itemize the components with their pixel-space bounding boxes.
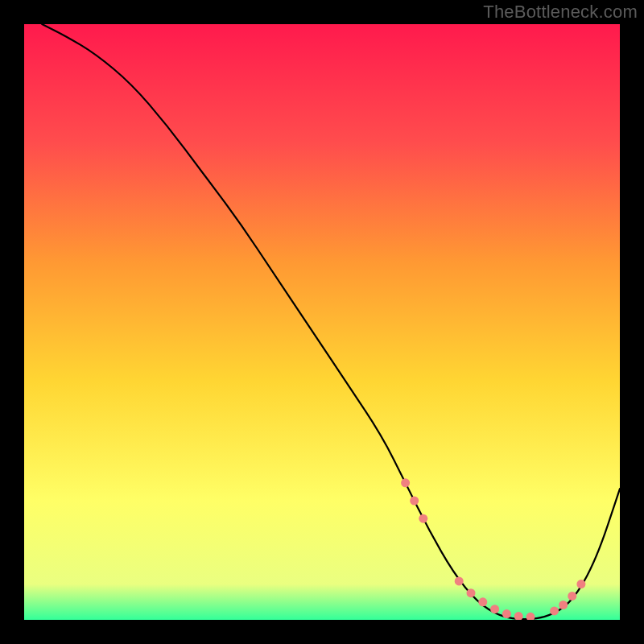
bottleneck-chart [24,24,620,620]
marker-dot [568,592,576,601]
marker-dot [559,601,568,609]
marker-dot [410,497,419,506]
marker-dot [419,514,427,523]
marker-dot [576,580,585,588]
svg-rect-0 [24,24,620,620]
chart-frame: TheBottleneck.com [0,0,644,644]
marker-dot [502,609,511,618]
marker-dot [467,588,476,597]
marker-dot [455,576,464,585]
marker-dot [490,605,499,613]
marker-dot [550,606,559,615]
watermark-text: TheBottleneck.com [483,2,638,23]
plot-area [24,24,620,620]
marker-dot [478,597,487,606]
marker-dot [401,478,410,487]
